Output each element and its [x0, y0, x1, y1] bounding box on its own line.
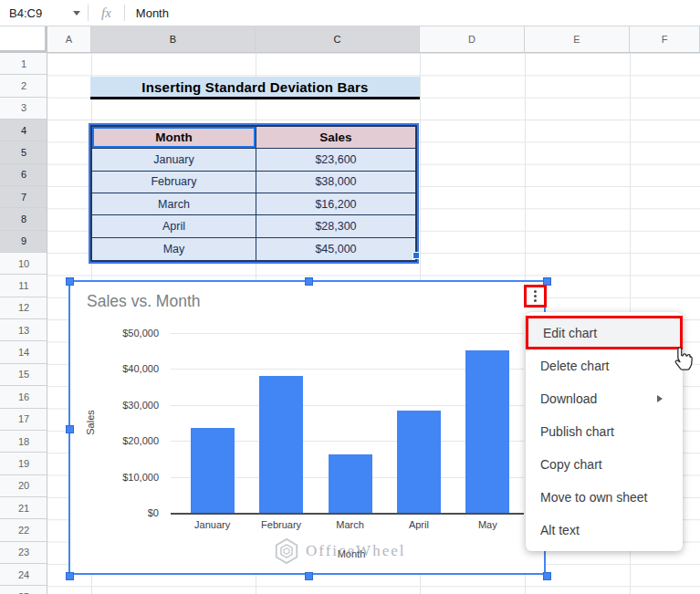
row-header-25[interactable]: 25 — [0, 586, 47, 594]
row-header-14[interactable]: 14 — [0, 341, 47, 363]
column-header-E[interactable]: E — [525, 26, 630, 52]
name-box[interactable]: B4:C9 — [0, 6, 88, 20]
sheet-title-cell[interactable]: Inserting Standard Deviation Bars — [90, 77, 420, 99]
column-header-D[interactable]: D — [420, 26, 525, 52]
menu-item-download[interactable]: Download — [526, 382, 683, 415]
table-row: April$28,300 — [92, 215, 415, 237]
row-header-11[interactable]: 11 — [0, 275, 47, 297]
chart-resize-handle[interactable] — [66, 425, 74, 433]
chart-resize-handle[interactable] — [66, 277, 74, 286]
row-header-23[interactable]: 23 — [0, 542, 47, 564]
row-header-column: 1234567891011121314151617181920212223242… — [0, 53, 47, 594]
chart-resize-handle[interactable] — [305, 277, 313, 286]
row-header-7[interactable]: 7 — [0, 186, 47, 208]
column-header-A[interactable]: A — [47, 26, 91, 52]
watermark-text: OfficeWheel — [306, 542, 405, 560]
y-axis-tick-label: $50,000 — [97, 328, 159, 339]
row-header-6[interactable]: 6 — [0, 164, 47, 186]
row-header-22[interactable]: 22 — [0, 519, 47, 541]
column-header-row: ABCDEF — [0, 26, 700, 53]
table-header-row: MonthSales — [92, 127, 415, 149]
column-header-C[interactable]: C — [256, 26, 420, 52]
data-table[interactable]: MonthSalesJanuary$23,600February$38,000M… — [90, 125, 417, 262]
table-header-cell[interactable]: Sales — [256, 127, 415, 149]
row-header-5[interactable]: 5 — [0, 141, 47, 163]
table-cell[interactable]: $23,600 — [256, 149, 415, 171]
x-axis-tick-label: February — [249, 519, 313, 530]
name-box-dropdown-icon[interactable] — [73, 11, 80, 16]
watermark: OfficeWheel — [273, 537, 405, 565]
column-header-F[interactable]: F — [630, 26, 700, 52]
y-axis-tick-label: $30,000 — [97, 400, 159, 411]
name-box-value: B4:C9 — [9, 6, 42, 20]
chart-title: Sales vs. Month — [87, 292, 201, 311]
row-header-3[interactable]: 3 — [0, 98, 47, 120]
chart-resize-handle[interactable] — [543, 572, 551, 580]
row-header-24[interactable]: 24 — [0, 564, 47, 586]
table-cell[interactable]: March — [92, 193, 256, 215]
row-header-20[interactable]: 20 — [0, 475, 47, 497]
y-axis-title: Sales — [85, 363, 96, 482]
y-axis-tick-label: $40,000 — [97, 363, 159, 374]
x-axis-tick-label: May — [455, 519, 519, 530]
table-cell[interactable]: $16,200 — [256, 193, 415, 215]
row-header-19[interactable]: 19 — [0, 453, 47, 474]
x-axis-tick-label: January — [181, 519, 245, 530]
row-header-1[interactable]: 1 — [0, 53, 47, 75]
pointer-hand-cursor — [671, 345, 695, 372]
menu-item-move-to-own-sheet[interactable]: Move to own sheet — [526, 481, 683, 514]
three-dot-menu-icon[interactable] — [534, 290, 537, 302]
row-header-9[interactable]: 9 — [0, 231, 47, 253]
row-header-4[interactable]: 4 — [0, 120, 47, 141]
y-axis-tick-label: $20,000 — [97, 435, 159, 446]
row-header-2[interactable]: 2 — [0, 75, 47, 97]
menu-item-edit-chart[interactable]: Edit chart — [526, 316, 683, 349]
bar-january[interactable] — [191, 428, 235, 513]
table-cell[interactable]: May — [92, 238, 256, 260]
y-axis-tick-label: $0 — [97, 507, 159, 518]
menu-item-delete-chart[interactable]: Delete chart — [526, 349, 683, 382]
column-header-B[interactable]: B — [91, 26, 256, 52]
table-cell[interactable]: $28,300 — [256, 215, 415, 237]
row-header-17[interactable]: 17 — [0, 409, 47, 431]
row-header-18[interactable]: 18 — [0, 431, 47, 453]
bar-february[interactable] — [259, 376, 303, 513]
row-header-15[interactable]: 15 — [0, 364, 47, 386]
bar-april[interactable] — [397, 411, 441, 513]
row-header-13[interactable]: 13 — [0, 319, 47, 341]
selection-fill-handle[interactable] — [413, 252, 420, 259]
chart-resize-handle[interactable] — [66, 572, 74, 580]
bar-may[interactable] — [465, 350, 509, 513]
formula-input[interactable]: Month — [125, 6, 700, 20]
x-axis-tick-label: April — [387, 519, 451, 530]
spreadsheet-app: B4:C9 fx Month ABCDEF 123456789101112131… — [0, 0, 700, 594]
row-header-8[interactable]: 8 — [0, 208, 47, 230]
row-header-21[interactable]: 21 — [0, 497, 47, 519]
row-header-16[interactable]: 16 — [0, 386, 47, 408]
table-cell[interactable]: $45,000 — [256, 238, 415, 260]
submenu-arrow-icon — [657, 395, 663, 402]
table-row: January$23,600 — [92, 149, 415, 171]
chart-resize-handle[interactable] — [305, 572, 313, 580]
table-cell[interactable]: April — [92, 215, 256, 237]
row-header-10[interactable]: 10 — [0, 253, 47, 275]
table-cell[interactable]: $38,000 — [256, 172, 415, 193]
chart-gridline — [171, 513, 524, 515]
table-cell[interactable]: January — [92, 149, 256, 171]
table-header-cell[interactable]: Month — [92, 127, 256, 149]
table-row: March$16,200 — [92, 193, 415, 215]
menu-item-publish-chart[interactable]: Publish chart — [526, 415, 683, 448]
table-cell[interactable]: February — [92, 172, 256, 193]
embedded-chart[interactable]: Sales vs. Month Sales $0$10,000$20,000$3… — [68, 280, 546, 575]
select-all-corner[interactable] — [0, 26, 47, 52]
y-axis-tick-label: $10,000 — [97, 472, 159, 483]
row-header-12[interactable]: 12 — [0, 297, 47, 319]
menu-item-alt-text[interactable]: Alt text — [526, 514, 683, 547]
chart-options-red-highlight — [524, 285, 547, 307]
formula-bar: B4:C9 fx Month — [0, 0, 700, 26]
x-axis-tick-label: March — [319, 519, 382, 530]
table-row: May$45,000 — [92, 238, 415, 260]
menu-item-copy-chart[interactable]: Copy chart — [526, 448, 683, 481]
table-row: February$38,000 — [92, 172, 415, 193]
bar-march[interactable] — [329, 454, 372, 513]
